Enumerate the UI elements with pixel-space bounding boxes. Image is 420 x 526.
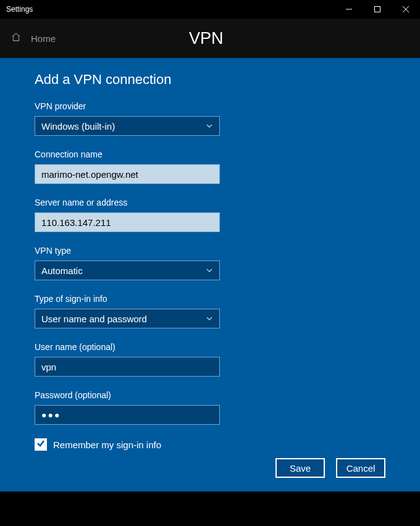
add-vpn-dialog: Add a VPN connection VPN provider Window… — [0, 58, 420, 491]
settings-window: Settings Home — [0, 0, 420, 526]
field-vpn-type: VPN type Automatic — [35, 246, 385, 280]
dropdown-vpn-type[interactable]: Automatic — [35, 261, 220, 280]
label-server-address: Server name or address — [35, 198, 385, 207]
field-connection-name: Connection name marimo-net.opengw.net — [35, 149, 385, 184]
chevron-down-icon — [206, 121, 213, 132]
input-connection-name[interactable]: marimo-net.opengw.net — [35, 164, 220, 184]
save-button[interactable]: Save — [275, 458, 325, 478]
input-password[interactable]: ●●● — [35, 405, 220, 425]
field-username: User name (optional) vpn — [35, 342, 385, 377]
input-value: vpn — [41, 362, 56, 372]
input-value: 110.163.147.211 — [41, 217, 111, 228]
page-title: VPN — [175, 29, 224, 48]
chevron-down-icon — [206, 265, 213, 276]
checkbox-remember[interactable]: Remember my sign-in info — [35, 438, 385, 451]
window-title: Settings — [6, 5, 33, 14]
maximize-icon — [374, 4, 380, 15]
input-value: marimo-net.opengw.net — [41, 169, 138, 180]
background-bottom — [0, 491, 420, 526]
button-label: Cancel — [346, 463, 376, 474]
label-username: User name (optional) — [35, 342, 385, 352]
dropdown-value: User name and password — [41, 314, 147, 324]
minimize-icon — [346, 4, 352, 15]
window-controls — [335, 0, 420, 19]
label-password: Password (optional) — [35, 390, 385, 400]
minimize-button[interactable] — [335, 0, 363, 19]
input-value: ●●● — [41, 410, 61, 420]
dropdown-vpn-provider[interactable]: Windows (built-in) — [35, 116, 220, 136]
input-username[interactable]: vpn — [35, 357, 220, 377]
checkbox-box — [35, 438, 47, 451]
field-password: Password (optional) ●●● — [35, 390, 385, 425]
checkbox-label: Remember my sign-in info — [53, 440, 161, 450]
label-signin-type: Type of sign-in info — [35, 294, 385, 304]
button-label: Save — [290, 463, 311, 474]
dropdown-value: Automatic — [41, 265, 83, 276]
home-label: Home — [31, 33, 56, 44]
label-connection-name: Connection name — [35, 149, 385, 159]
dialog-button-bar: Save Cancel — [275, 458, 385, 478]
checkmark-icon — [36, 439, 45, 450]
home-icon — [11, 32, 21, 44]
nav-home[interactable]: Home — [0, 19, 175, 58]
dialog-title: Add a VPN connection — [35, 72, 385, 88]
dropdown-value: Windows (built-in) — [41, 121, 115, 132]
close-icon — [403, 4, 409, 15]
input-server-address[interactable]: 110.163.147.211 — [35, 212, 220, 232]
field-signin-type: Type of sign-in info User name and passw… — [35, 294, 385, 328]
dropdown-signin-type[interactable]: User name and password — [35, 309, 220, 328]
field-server-address: Server name or address 110.163.147.211 — [35, 198, 385, 232]
label-vpn-type: VPN type — [35, 246, 385, 256]
cancel-button[interactable]: Cancel — [336, 458, 385, 478]
titlebar: Settings — [0, 0, 420, 19]
header-bar: Home VPN — [0, 19, 420, 58]
maximize-button[interactable] — [363, 0, 392, 19]
close-button[interactable] — [392, 0, 420, 19]
label-vpn-provider: VPN provider — [35, 101, 385, 111]
field-vpn-provider: VPN provider Windows (built-in) — [35, 101, 385, 136]
chevron-down-icon — [206, 314, 213, 324]
svg-rect-1 — [375, 7, 380, 12]
